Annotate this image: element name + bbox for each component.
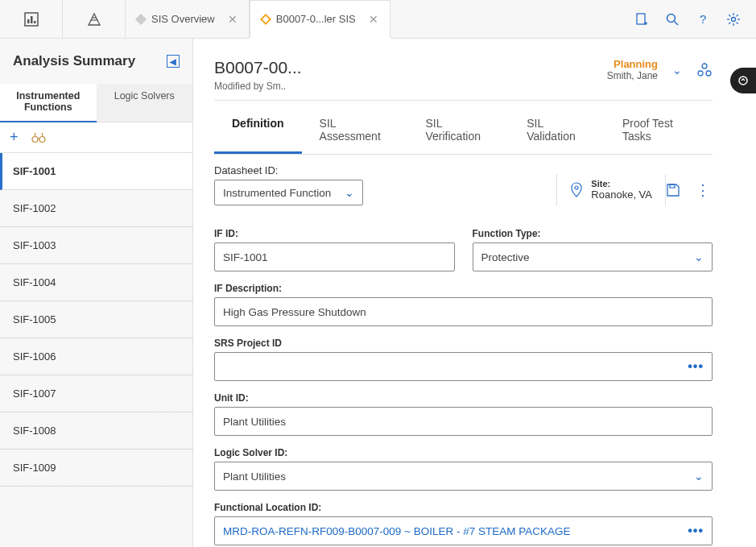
svg-rect-3 xyxy=(34,21,36,23)
functional-location-id-input[interactable]: MRD-ROA-REFN-RF009-B0007-009 ~ BOILER - … xyxy=(214,516,713,545)
chevron-down-icon: ⌄ xyxy=(694,251,704,263)
analysis-summary-title: Analysis Summary xyxy=(13,53,135,69)
binoculars-icon[interactable] xyxy=(31,132,46,143)
if-id-input[interactable]: SIF-1001 xyxy=(214,242,455,271)
svg-point-29 xyxy=(575,186,578,189)
datasheet-id-label: Datasheet ID: xyxy=(214,164,363,176)
svg-point-26 xyxy=(702,64,707,68)
list-item[interactable]: SIF-1002 xyxy=(0,190,192,227)
unit-id-input[interactable]: Plant Utilities xyxy=(214,407,713,436)
list-item[interactable]: SIF-1007 xyxy=(0,375,192,412)
save-icon[interactable] xyxy=(666,183,693,197)
svg-line-10 xyxy=(675,21,679,25)
tab-proof-test-tasks[interactable]: Proof Test Tasks xyxy=(605,106,713,154)
status-label: Planning xyxy=(607,58,658,70)
svg-rect-2 xyxy=(31,16,33,23)
dashboard-icon-cell[interactable] xyxy=(0,0,63,38)
if-description-input[interactable]: High Gas Pressure Shutdown xyxy=(214,297,713,326)
chevron-down-icon: ⌄ xyxy=(345,186,354,199)
bar-chart-icon xyxy=(23,11,39,27)
svg-line-17 xyxy=(729,15,730,16)
modified-by-text: Modified by Sm.. xyxy=(214,81,302,92)
tab-sil-verification[interactable]: SIL Verification xyxy=(407,106,509,154)
status-user: Smith, Jane xyxy=(607,70,658,81)
close-icon[interactable]: ✕ xyxy=(228,13,238,26)
search-icon[interactable] xyxy=(664,11,680,27)
if-id-label: IF ID: xyxy=(214,228,455,239)
ellipsis-icon[interactable]: ••• xyxy=(688,524,704,538)
svg-line-24 xyxy=(35,133,35,136)
tab-sil-validation[interactable]: SIL Validation xyxy=(509,106,605,154)
svg-rect-6 xyxy=(637,14,645,24)
clipboard-add-icon[interactable] xyxy=(634,11,650,27)
chevron-down-icon: ⌄ xyxy=(694,470,704,483)
svg-point-9 xyxy=(667,14,675,22)
expand-right-panel-icon[interactable] xyxy=(730,68,756,93)
svg-text:?: ? xyxy=(700,12,706,26)
list-item[interactable]: SIF-1003 xyxy=(0,227,192,264)
list-item[interactable]: SIF-1004 xyxy=(0,264,192,301)
hierarchy-icon-cell[interactable] xyxy=(63,0,126,38)
svg-rect-1 xyxy=(27,19,30,23)
svg-point-21 xyxy=(32,136,38,142)
svg-point-28 xyxy=(706,71,711,76)
svg-point-27 xyxy=(698,71,703,76)
list-item[interactable]: SIF-1006 xyxy=(0,338,192,375)
gear-icon[interactable] xyxy=(725,11,742,27)
svg-line-25 xyxy=(42,133,43,136)
tab-line2: Functions xyxy=(5,102,92,113)
svg-point-31 xyxy=(739,77,747,85)
site-block: Site: Roanoke, VA xyxy=(556,174,666,205)
svg-point-22 xyxy=(39,136,45,142)
list-item[interactable]: SIF-1005 xyxy=(0,301,192,338)
page-title: B0007-00... xyxy=(214,58,302,77)
tab-label: Logic Solvers xyxy=(114,90,175,102)
collapse-panel-icon[interactable]: ◀ xyxy=(167,55,180,68)
svg-point-12 xyxy=(732,17,736,21)
status-chevron-down-icon[interactable]: ⌄ xyxy=(672,64,682,77)
function-type-select[interactable]: Protective ⌄ xyxy=(473,242,713,271)
tab-sis-overview[interactable]: SIS Overview ✕ xyxy=(126,0,250,38)
list-item[interactable]: SIF-1001 xyxy=(0,153,192,190)
tab-definition[interactable]: Definition xyxy=(214,106,302,154)
srs-project-id-input[interactable]: ••• xyxy=(214,352,713,381)
close-icon[interactable]: ✕ xyxy=(369,13,378,26)
location-pin-icon xyxy=(570,182,583,198)
svg-line-18 xyxy=(737,22,738,23)
tab-label: SIS Overview xyxy=(151,13,215,25)
tab-line1: Instrumented xyxy=(5,90,92,102)
ellipsis-icon[interactable]: ••• xyxy=(688,359,704,374)
datasheet-id-select[interactable]: Instrumented Function ⌄ xyxy=(214,180,363,205)
srs-project-id-label: SRS Project ID xyxy=(214,338,713,349)
list-item[interactable]: SIF-1009 xyxy=(0,450,192,487)
tab-boiler-sis[interactable]: B0007-0...ler SIS ✕ xyxy=(250,0,390,39)
if-description-label: IF Description: xyxy=(214,283,713,294)
tab-label: B0007-0...ler SIS xyxy=(276,13,356,25)
list-item[interactable]: SIF-1008 xyxy=(0,412,192,450)
relations-icon[interactable] xyxy=(696,62,713,78)
more-vertical-icon[interactable]: ⋮ xyxy=(693,181,713,199)
function-type-label: Function Type: xyxy=(473,228,713,239)
tab-sil-assessment[interactable]: SIL Assessment xyxy=(302,106,408,154)
logic-solver-id-label: Logic Solver ID: xyxy=(214,447,713,458)
svg-line-19 xyxy=(729,22,730,23)
help-icon[interactable]: ? xyxy=(695,11,711,27)
tab-logic-solvers[interactable]: Logic Solvers xyxy=(97,84,193,122)
tab-instrumented-functions[interactable]: Instrumented Functions xyxy=(0,84,97,122)
functional-location-id-label: Functional Location ID: xyxy=(214,502,713,513)
diamond-icon xyxy=(260,13,271,24)
diamond-icon xyxy=(135,13,147,24)
unit-id-label: Unit ID: xyxy=(214,392,713,404)
instrumented-functions-list: SIF-1001SIF-1002SIF-1003SIF-1004SIF-1005… xyxy=(0,153,192,547)
site-value: Roanoke, VA xyxy=(591,189,652,201)
datasheet-id-value: Instrumented Function xyxy=(223,187,331,199)
logic-solver-id-select[interactable]: Plant Utilities ⌄ xyxy=(214,462,713,491)
site-label: Site: xyxy=(591,179,652,189)
add-icon[interactable]: + xyxy=(10,129,19,146)
svg-line-20 xyxy=(737,15,738,16)
pyramid-icon xyxy=(86,11,102,27)
